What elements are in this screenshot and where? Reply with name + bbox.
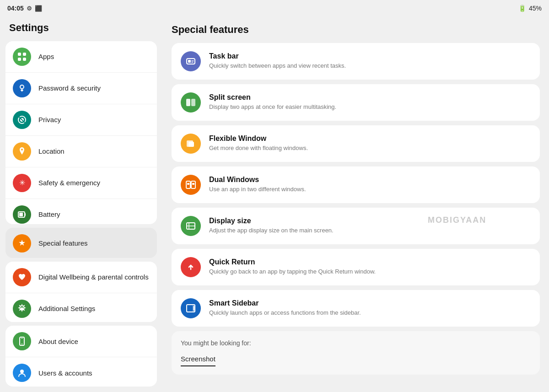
location-icon (13, 142, 31, 161)
sidebar-group-1: Apps Password & security (5, 41, 157, 224)
display-size-icon (181, 216, 201, 236)
looking-for-title: You might be looking for: (181, 339, 531, 347)
feature-card-split-screen[interactable]: Split screen Display two apps at once fo… (172, 84, 540, 121)
feature-card-display-size[interactable]: Display size Adjust the app display size… (172, 208, 540, 244)
password-label: Password & security (38, 84, 101, 93)
svg-rect-21 (188, 60, 191, 63)
additional-settings-icon (13, 300, 31, 318)
content-area: Special features Task bar Quickly switch… (162, 16, 549, 392)
sidebar-group-3: Digital Wellbeing & parental controls Ad… (5, 262, 157, 322)
task-bar-icon (181, 51, 201, 71)
svg-rect-30 (187, 183, 189, 185)
gear-status-icon: ⚙ (27, 5, 32, 12)
looking-for-card: You might be looking for: Screenshot (172, 331, 540, 375)
feature-card-dual-windows[interactable]: Dual Windows Use an app in two different… (172, 166, 540, 203)
display-size-text: Display size Adjust the app display size… (209, 217, 531, 235)
dual-windows-desc: Use an app in two different windows. (209, 185, 531, 193)
flexible-window-desc: Get more done with floating windows. (209, 144, 531, 152)
display-size-desc: Adjust the app display size on the main … (209, 226, 531, 235)
sidebar-title: Settings (5, 16, 157, 38)
users-accounts-label: Users & accounts (38, 369, 92, 378)
about-device-label: About device (38, 337, 78, 346)
sidebar-item-apps[interactable]: Apps (5, 41, 157, 73)
task-bar-title: Task bar (209, 52, 531, 60)
apps-icon (13, 48, 31, 66)
svg-rect-2 (18, 58, 21, 61)
smart-sidebar-title: Smart Sidebar (209, 299, 531, 307)
svg-rect-31 (192, 183, 194, 185)
status-left: 04:05 ⚙ ⬛ (7, 5, 42, 12)
smart-sidebar-desc: Quickly launch apps or access functions … (209, 309, 531, 317)
task-bar-desc: Quickly switch between apps and view rec… (209, 62, 531, 70)
sidebar-item-password-security[interactable]: Password & security (5, 73, 157, 104)
split-screen-text: Split screen Display two apps at once fo… (209, 93, 531, 111)
flexible-window-icon (181, 134, 201, 154)
sidebar-item-special-features[interactable]: ★ Special features (5, 228, 157, 258)
svg-rect-27 (188, 142, 194, 147)
battery-nav-icon (13, 205, 31, 224)
safety-label: Safety & emergency (38, 178, 100, 188)
display-size-title: Display size (209, 217, 531, 225)
looking-for-screenshot[interactable]: Screenshot (181, 352, 215, 366)
additional-settings-label: Additional Settings (38, 304, 95, 313)
svg-point-4 (20, 85, 24, 89)
feature-card-task-bar[interactable]: Task bar Quickly switch between apps and… (172, 43, 540, 80)
sidebar-group-4: About device Users & accounts (5, 326, 157, 387)
feature-card-quick-return[interactable]: Quick Return Quickly go back to an app b… (172, 249, 540, 285)
digital-wellbeing-icon (13, 268, 31, 286)
task-bar-text: Task bar Quickly switch between apps and… (209, 52, 531, 70)
status-right: 🔋 45% (518, 5, 542, 12)
sidebar-group-2: ★ Special features (5, 228, 157, 258)
sidebar-item-about-device[interactable]: About device (5, 326, 157, 357)
sidebar-item-users-accounts[interactable]: Users & accounts (5, 357, 157, 387)
split-screen-icon (181, 92, 201, 113)
svg-rect-13 (19, 213, 23, 216)
sidebar-item-privacy[interactable]: Privacy (5, 104, 157, 136)
digital-wellbeing-label: Digital Wellbeing & parental controls (38, 273, 149, 282)
apps-label: Apps (38, 52, 54, 61)
quick-return-desc: Quickly go back to an app by tapping the… (209, 268, 531, 276)
svg-rect-17 (21, 338, 23, 338)
dual-windows-text: Dual Windows Use an app in two different… (209, 176, 531, 193)
sidebar-item-safety[interactable]: ✳ Safety & emergency (5, 167, 157, 199)
feature-card-flexible-window[interactable]: Flexible Window Get more done with float… (172, 125, 540, 162)
content-title: Special features (172, 24, 540, 36)
feature-card-smart-sidebar[interactable]: Smart Sidebar Quickly launch apps or acc… (172, 290, 540, 327)
sidebar-item-location[interactable]: Location (5, 136, 157, 167)
sidebar-item-additional-settings[interactable]: Additional Settings (5, 293, 157, 322)
quick-return-icon (181, 257, 201, 277)
split-screen-title: Split screen (209, 93, 531, 102)
svg-point-8 (21, 149, 23, 150)
svg-text:★: ★ (18, 238, 26, 247)
signal-icon: ⬛ (35, 5, 42, 12)
quick-return-title: Quick Return (209, 258, 531, 266)
privacy-label: Privacy (38, 115, 61, 124)
battery-percent: 45% (529, 5, 542, 12)
svg-rect-0 (18, 53, 21, 56)
svg-rect-25 (191, 99, 195, 106)
smart-sidebar-icon (181, 298, 201, 318)
svg-point-19 (20, 370, 24, 373)
flexible-window-text: Flexible Window Get more done with float… (209, 134, 531, 152)
status-bar: 04:05 ⚙ ⬛ 🔋 45% (0, 0, 549, 16)
users-icon (13, 364, 31, 382)
about-device-icon (13, 332, 31, 350)
dual-windows-icon (181, 175, 201, 195)
main-layout: Settings Apps (0, 16, 549, 392)
location-label: Location (38, 147, 65, 156)
smart-sidebar-text: Smart Sidebar Quickly launch apps or acc… (209, 299, 531, 317)
battery-label: Battery (38, 210, 60, 219)
flexible-window-title: Flexible Window (209, 134, 531, 143)
svg-rect-24 (186, 99, 190, 106)
sidebar-item-battery[interactable]: Battery (5, 199, 157, 224)
split-screen-desc: Display two apps at once for easier mult… (209, 103, 531, 111)
special-icon: ★ (13, 234, 31, 252)
sidebar-item-digital-wellbeing[interactable]: Digital Wellbeing & parental controls (5, 262, 157, 293)
privacy-icon (13, 111, 31, 129)
battery-icon: 🔋 (518, 5, 526, 12)
svg-point-18 (22, 344, 22, 344)
dual-windows-title: Dual Windows (209, 176, 531, 184)
svg-rect-3 (23, 58, 26, 61)
sidebar: Settings Apps (0, 16, 162, 392)
svg-text:✳: ✳ (19, 179, 25, 187)
